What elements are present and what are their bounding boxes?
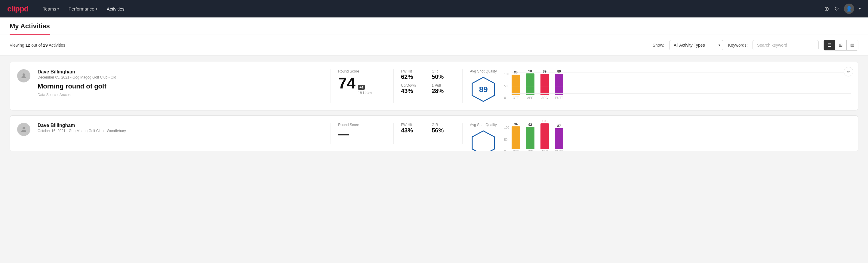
card-divider: [462, 69, 463, 103]
activity-type-dropdown[interactable]: All Activity Types Round Practice Lesson…: [669, 40, 723, 50]
viewing-count: 12: [26, 43, 30, 48]
round-score-section: Round Score —: [338, 123, 386, 140]
round-score-label: Round Score: [338, 123, 359, 127]
nav-performance[interactable]: Performance ▾: [69, 6, 97, 11]
bar-column-putt: 89 PUTT: [555, 69, 563, 99]
show-label: Show:: [653, 43, 664, 48]
holes-label: 18 Holes: [358, 91, 372, 95]
bar-app: [526, 127, 534, 149]
compact-view-button[interactable]: ▤: [847, 40, 858, 50]
bar-putt: [555, 128, 563, 149]
updown-metric: Up/Down 43%: [401, 83, 424, 94]
fw-hit-metric: FW Hit 43%: [401, 123, 424, 134]
score-row: 74 +4 18 Holes: [338, 75, 372, 95]
grid-view-button[interactable]: ⊞: [835, 40, 847, 50]
avatar: [17, 123, 30, 136]
bar-column-ott: 94 OTT: [512, 122, 520, 151]
hexagon: [470, 129, 497, 151]
keywords-label: Keywords:: [728, 43, 748, 48]
refresh-icon[interactable]: ↻: [834, 5, 839, 12]
toolbar: Viewing 12 out of 29 Activities Show: Al…: [0, 35, 868, 56]
user-chevron-icon[interactable]: ▾: [859, 7, 861, 11]
bar-column-arg: 89 ARG: [540, 69, 549, 99]
bar-label-putt: PUTT: [555, 150, 563, 151]
nav-activities-label: Activities: [107, 6, 125, 11]
hexagon-wrapper: Avg Shot Quality 89: [470, 69, 497, 103]
viewing-text: Viewing 12 out of 29 Activities: [10, 43, 648, 48]
bar-chart: 100 50 0 85: [504, 72, 851, 99]
avg-quality-label: Avg Shot Quality: [470, 123, 497, 127]
activity-type-select[interactable]: All Activity Types Round Practice Lesson: [669, 40, 723, 50]
add-icon[interactable]: ⊕: [824, 5, 829, 12]
bar-putt: [555, 74, 563, 95]
one-putt-label: 1 Putt: [432, 83, 455, 88]
svg-point-0: [23, 74, 25, 76]
date-course: October 16, 2021 - Gog Magog Golf Club -…: [38, 129, 323, 133]
bar-value-ott: 94: [514, 122, 518, 126]
bar-value-arg: 106: [542, 119, 548, 123]
card-divider: [462, 123, 463, 144]
navbar: clippd Teams ▾ Performance ▾ Activities …: [0, 0, 868, 18]
search-input[interactable]: [752, 40, 819, 50]
activity-card: Dave Billingham December 05, 2021 - Gog …: [10, 62, 858, 111]
bar-ott: [512, 126, 520, 149]
chart-y-labels: 100 50 0: [504, 126, 510, 151]
score-value: 74: [338, 75, 355, 91]
bar-label-app: APP: [527, 96, 533, 99]
hexagon-wrapper: Avg Shot Quality: [470, 123, 497, 151]
nav-performance-label: Performance: [69, 6, 94, 11]
one-putt-value: 28%: [432, 88, 455, 94]
bar-label-arg: ARG: [541, 96, 548, 99]
svg-marker-3: [472, 131, 494, 151]
list-view-button[interactable]: ☰: [824, 40, 835, 50]
updown-value: 43%: [401, 88, 424, 94]
bar-label-ott: OTT: [513, 150, 519, 151]
bar-column-arg: 106 ARG: [540, 119, 549, 151]
card-divider: [331, 123, 331, 144]
fw-hit-label: FW Hit: [401, 123, 424, 127]
bar-chart: 100 50 0 94 OTT 92 APP: [504, 126, 851, 151]
bar-label-ott: OTT: [513, 96, 519, 99]
svg-point-2: [23, 127, 25, 129]
logo: clippd: [7, 4, 29, 13]
activity-title: Morning round of golf: [38, 83, 323, 90]
fw-hit-value: 62%: [401, 74, 424, 80]
gir-metric: GIR 56%: [432, 123, 455, 134]
nav-teams[interactable]: Teams ▾: [43, 6, 59, 11]
gir-value: 50%: [432, 74, 455, 80]
activity-card: Dave Billingham October 16, 2021 - Gog M…: [10, 115, 858, 151]
card-metrics: FW Hit 43% GIR 56%: [401, 123, 455, 134]
user-icon: 👤: [846, 6, 852, 12]
fw-hit-metric: FW Hit 62%: [401, 69, 424, 80]
bar-arg: [540, 74, 549, 95]
data-source: Data Source: Arccos: [38, 93, 323, 97]
fw-hit-label: FW Hit: [401, 69, 424, 74]
updown-label: Up/Down: [401, 83, 424, 88]
bar-column-app: 92 APP: [526, 123, 534, 151]
page-header: My Activities: [0, 18, 868, 35]
score-value: —: [338, 129, 349, 140]
nav-activities[interactable]: Activities: [107, 6, 125, 11]
activities-content: Dave Billingham December 05, 2021 - Gog …: [0, 56, 868, 157]
round-score-section: Round Score 74 +4 18 Holes: [338, 69, 386, 95]
bar-label-app: APP: [527, 150, 533, 151]
gir-value: 56%: [432, 127, 455, 134]
bar-value-putt: 87: [557, 124, 561, 127]
avg-quality-label: Avg Shot Quality: [470, 69, 497, 74]
chevron-down-icon: ▾: [96, 7, 97, 10]
round-score-label: Round Score: [338, 69, 359, 74]
bar-app: [526, 74, 534, 95]
avatar: [17, 69, 30, 83]
nav-teams-label: Teams: [43, 6, 56, 11]
avg-quality-value: 89: [479, 85, 488, 94]
score-row: —: [338, 129, 349, 140]
bar-column-putt: 87 PUTT: [555, 124, 563, 151]
bar-label-putt: PUTT: [555, 96, 563, 99]
view-toggles: ☰ ⊞ ▤: [824, 40, 858, 51]
user-name: Dave Billingham: [38, 123, 323, 128]
user-avatar[interactable]: 👤: [844, 4, 854, 14]
bar-ott: [512, 75, 520, 95]
gir-label: GIR: [432, 69, 455, 74]
edit-button[interactable]: ✏: [844, 67, 853, 77]
bar-value-app: 92: [528, 123, 532, 126]
